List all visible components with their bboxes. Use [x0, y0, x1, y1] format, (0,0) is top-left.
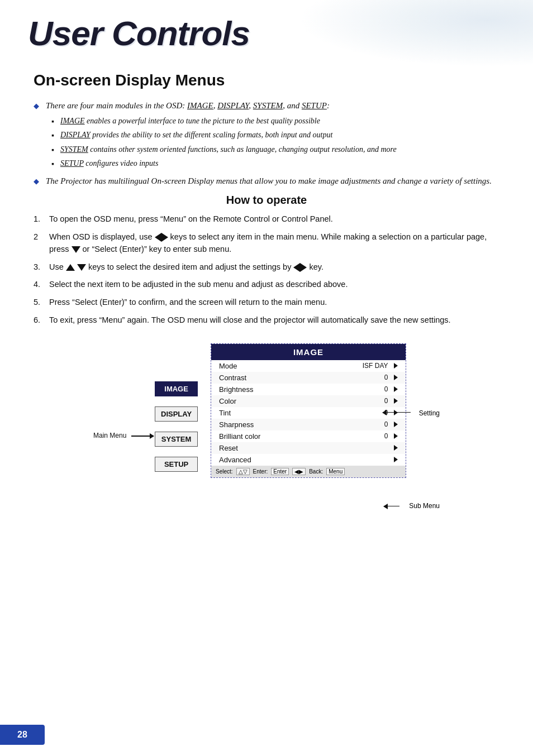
- contrast-arrow: [394, 375, 398, 380]
- panel-row-advanced: Advanced: [211, 454, 406, 466]
- down-arrow2-icon: [77, 264, 86, 271]
- osd-sub-list: IMAGE enables a powerful interface to tu…: [51, 116, 499, 169]
- osd-sub-item-display: DISPLAY provides the ability to set the …: [51, 130, 499, 141]
- advanced-arrow: [394, 457, 398, 462]
- nav-btn: ◀▶: [292, 468, 306, 475]
- back-label: Back:: [309, 468, 323, 475]
- row-value-sharpness: 0: [384, 420, 398, 428]
- back-btn: Menu: [326, 468, 345, 475]
- osd-bullet-2: The Projector has multilingual On-screen…: [34, 175, 499, 188]
- menu-btn-display[interactable]: DISPLAY: [155, 406, 198, 422]
- up-arrow-icon: [66, 264, 75, 271]
- osd-sub-item-setup: SETUP configures video inputs: [51, 158, 499, 169]
- row-value-color: 0: [384, 397, 398, 405]
- panel-row-brightness: Brightness 0: [211, 384, 406, 395]
- osd-bullet-1: There are four main modules in the OSD: …: [34, 99, 499, 169]
- enter-label: Enter:: [253, 468, 268, 475]
- row-label-color: Color: [219, 397, 384, 405]
- how-to-operate-heading: How to operate: [34, 194, 499, 207]
- row-value-advanced: [394, 457, 398, 462]
- menu-buttons: IMAGE DISPLAY SYSTEM SETUP: [155, 381, 198, 482]
- submenu-arrow: [384, 506, 399, 506]
- step-1: 1. To open the OSD menu, press “Menu” on…: [34, 213, 499, 226]
- osd-section-heading: On-screen Display Menus: [34, 71, 499, 89]
- right-arrow-icon: [161, 233, 168, 242]
- row-label-sharpness: Sharpness: [219, 420, 384, 429]
- main-menu-arrow: [131, 436, 154, 437]
- panel-row-color: Color 0: [211, 395, 406, 407]
- row-value-brightness: 0: [384, 385, 398, 393]
- brightness-arrow: [394, 386, 398, 392]
- page-title: User Controls: [28, 13, 250, 53]
- panel-row-brilliant: Brilliant color 0: [211, 430, 406, 442]
- panel-row-sharpness: Sharpness 0: [211, 419, 406, 430]
- panel-row-tint: Tint 0: [211, 407, 406, 419]
- enter-btn: Enter: [271, 468, 289, 475]
- step-5: 5. Press “Select (Enter)” to confirm, an…: [34, 296, 499, 309]
- steps-list: 1. To open the OSD menu, press “Menu” on…: [34, 213, 499, 326]
- panel-row-contrast: Contrast 0: [211, 372, 406, 384]
- row-value-contrast: 0: [384, 374, 398, 381]
- select-label: Select:: [216, 468, 233, 475]
- main-menu-label: Main Menu: [93, 432, 126, 439]
- row-value-reset: [394, 445, 398, 451]
- image-panel-header: IMAGE: [211, 344, 406, 360]
- main-content: On-screen Display Menus There are four m…: [0, 61, 533, 550]
- step-2: 2 When OSD is displayed, use keys to sel…: [34, 231, 499, 256]
- row-label-advanced: Advanced: [219, 456, 394, 464]
- tint-arrow: [394, 410, 398, 415]
- sharpness-arrow: [394, 422, 398, 427]
- panel-row-reset: Reset: [211, 442, 406, 454]
- panel-row-mode: Mode ISF DAY: [211, 360, 406, 372]
- row-label-brightness: Brightness: [219, 385, 384, 394]
- left-arrow2-icon: [293, 263, 300, 272]
- down-arrow-icon: [72, 246, 80, 253]
- row-label-reset: Reset: [219, 444, 394, 452]
- row-label-contrast: Contrast: [219, 374, 384, 382]
- right-arrow2-icon: [300, 263, 307, 272]
- step-4: 4. Select the next item to be adjusted i…: [34, 279, 499, 291]
- row-value-mode: ISF DAY: [363, 362, 398, 370]
- row-label-tint: Tint: [219, 409, 384, 417]
- menu-btn-system[interactable]: SYSTEM: [155, 432, 198, 447]
- page-header: User Controls: [0, 0, 533, 61]
- row-label-brilliant: Brilliant color: [219, 432, 384, 441]
- status-bar: Select: △▽ Enter: Enter ◀▶ Back: Menu: [211, 466, 406, 477]
- step-3: 3. Use keys to select the desired item a…: [34, 261, 499, 274]
- row-value-brilliant: 0: [384, 432, 398, 440]
- page-footer: 28: [0, 725, 45, 745]
- osd-sub-item-image: IMAGE enables a powerful interface to tu…: [51, 116, 499, 127]
- row-label-mode: Mode: [219, 362, 363, 370]
- submenu-label: Sub Menu: [409, 502, 440, 510]
- menu-btn-image[interactable]: IMAGE: [155, 381, 198, 396]
- reset-arrow: [394, 445, 398, 451]
- setting-arrow: [383, 412, 411, 413]
- page-number: 28: [17, 730, 27, 740]
- osd-bullet-list: There are four main modules in the OSD: …: [34, 99, 499, 187]
- osd-bullet-1-text: There are four main modules in the OSD: …: [46, 101, 330, 110]
- left-arrow-icon: [155, 233, 161, 242]
- setting-label: Setting: [419, 409, 440, 417]
- osd-diagram: Main Menu IMAGE DISPLAY SYSTEM SETUP IMA…: [93, 343, 440, 522]
- color-arrow: [394, 398, 398, 404]
- mode-arrow: [394, 363, 398, 369]
- image-panel: IMAGE Mode ISF DAY Contrast 0 Brightness…: [211, 343, 406, 478]
- step-6: 6. To exit, press “Menu” again. The OSD …: [34, 314, 499, 327]
- brilliant-arrow: [394, 433, 398, 439]
- select-icon: △▽: [236, 468, 250, 475]
- menu-btn-setup[interactable]: SETUP: [155, 457, 198, 472]
- osd-sub-item-system: SYSTEM contains other system oriented fu…: [51, 144, 499, 155]
